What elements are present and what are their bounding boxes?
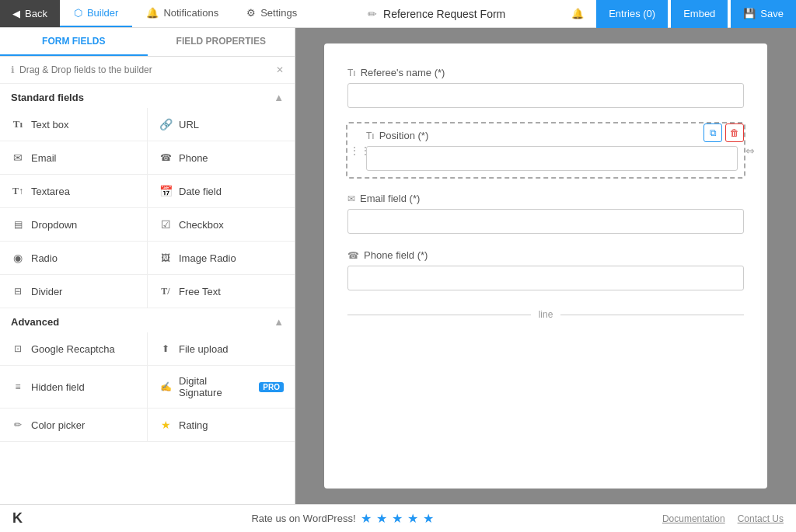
embed-label: Embed [683,8,715,19]
date-label: Date field [179,186,222,197]
close-hint-icon[interactable]: ✕ [276,64,284,75]
documentation-link[interactable]: Documentation [662,513,725,524]
color-picker-icon: ✏ [11,418,25,432]
left-panel: FORM FIELDS FIELD PROPERTIES ℹ Drag & Dr… [0,28,295,504]
copy-field-button[interactable]: ⧉ [703,123,722,142]
star-3[interactable]: ★ [392,511,403,526]
radio-icon: ◉ [11,251,25,265]
entries-label: Entries (0) [609,8,655,19]
field-recaptcha[interactable]: ⊡ Google Recaptcha [0,332,147,365]
field-date[interactable]: 📅 Date field [148,175,295,207]
color-picker-label: Color picker [31,419,85,431]
divider-label: Divider [31,286,62,297]
standard-fields-grid: Tı Text box 🔗 URL ✉ Email ☎ Phone T↑ Tex… [0,108,295,308]
drag-hint-bar: ℹ Drag & Drop fields to the builder ✕ [0,57,295,84]
dropdown-label: Dropdown [31,219,77,231]
position-field-actions: ⧉ 🗑 [703,123,744,142]
form-title-area: ✏ Reference Request Form [311,8,562,20]
drag-handle-position[interactable]: ⋮⋮ [349,144,371,157]
field-digital-signature[interactable]: ✍ Digital Signature PRO [148,366,295,408]
star-1[interactable]: ★ [361,511,372,526]
builder-label: Builder [87,7,118,19]
pro-badge: PRO [259,382,284,392]
delete-field-button[interactable]: 🗑 [725,123,744,142]
rating-icon: ★ [159,418,173,432]
field-color-picker[interactable]: ✏ Color picker [0,409,147,441]
field-email[interactable]: ✉ Email [0,141,147,174]
rating-label: Rating [179,419,208,431]
star-4[interactable]: ★ [407,511,418,526]
dropdown-icon: ▤ [11,217,25,231]
hidden-icon: ≡ [11,380,25,394]
email-label: Email [31,152,57,164]
footer-rate: Rate us on WordPress! ★ ★ ★ ★ ★ [251,511,433,526]
image-radio-icon: 🖼 [159,251,173,265]
panel-tabs: FORM FIELDS FIELD PROPERTIES [0,28,295,57]
checkbox-icon: ☑ [159,217,173,231]
position-label: Tı Position (*) [366,130,738,141]
k-logo: K [12,510,23,527]
star-5[interactable]: ★ [423,511,434,526]
tab-settings[interactable]: ⚙ Settings [232,0,311,27]
email-label-icon: ✉ [347,193,355,204]
embed-button[interactable]: Embed [671,0,728,28]
star-2[interactable]: ★ [376,511,387,526]
field-radio[interactable]: ◉ Radio [0,242,147,274]
field-divider[interactable]: ⊟ Divider [0,275,147,308]
text-label-icon: Tı [347,68,356,78]
phone-field-label: ☎ Phone field (*) [347,249,744,261]
save-label: Save [760,8,784,19]
field-group-position: ⋮⋮ Tı Position (*) ⧉ 🗑 ⇔ [347,123,744,177]
text-box-icon: Tı [11,117,25,131]
collapse-standard-icon[interactable]: ▲ [274,92,284,103]
image-radio-label: Image Radio [179,252,236,264]
resize-handle[interactable]: ⇔ [745,144,755,157]
tab-form-fields[interactable]: FORM FIELDS [0,28,148,56]
text-label-icon2: Tı [366,130,375,141]
back-button[interactable]: ◀ Back [0,0,60,27]
field-hidden[interactable]: ≡ Hidden field [0,366,147,408]
position-input[interactable] [366,146,738,171]
rate-text: Rate us on WordPress! [251,513,355,524]
field-file-upload[interactable]: ⬆ File upload [148,332,295,365]
divider-label: line [539,309,553,320]
back-arrow-icon: ◀ [12,8,20,19]
field-image-radio[interactable]: 🖼 Image Radio [148,242,295,274]
file-upload-label: File upload [179,343,229,355]
form-card: Tı Referee's name (*) ⋮⋮ Tı Position (*)… [324,43,767,489]
field-text-box[interactable]: Tı Text box [0,108,147,141]
field-dropdown[interactable]: ▤ Dropdown [0,208,147,241]
field-textarea[interactable]: T↑ Textarea [0,175,147,207]
footer-links: Documentation Contact Us [662,513,784,524]
digital-signature-label: Digital Signature [179,375,253,398]
url-icon: 🔗 [159,117,173,131]
form-title: Reference Request Form [383,8,505,20]
tab-builder[interactable]: ⬡ Builder [60,0,132,27]
advanced-fields-label: Advanced [11,316,59,328]
collapse-advanced-icon[interactable]: ▲ [274,316,284,328]
drag-hint-text: Drag & Drop fields to the builder [19,64,152,75]
tab-notifications[interactable]: 🔔 Notifications [132,0,232,27]
field-rating[interactable]: ★ Rating [148,409,295,441]
back-label: Back [25,8,47,19]
email-field-input[interactable] [347,209,744,234]
tab-field-properties[interactable]: FIELD PROPERTIES [148,28,295,56]
divider-icon: ⊟ [11,284,25,298]
notification-bell[interactable]: 🔔 [562,0,593,28]
field-url[interactable]: 🔗 URL [148,108,295,141]
textarea-icon: T↑ [11,184,25,198]
edit-icon: ✏ [368,8,377,20]
field-free-text[interactable]: T/ Free Text [148,275,295,308]
save-button[interactable]: 💾 Save [731,0,796,28]
email-icon: ✉ [11,151,25,165]
referees-name-input[interactable] [347,83,744,108]
advanced-fields-grid: ⊡ Google Recaptcha ⬆ File upload ≡ Hidde… [0,332,295,442]
field-phone[interactable]: ☎ Phone [148,141,295,174]
footer-logo: K [12,510,23,527]
contact-link[interactable]: Contact Us [738,513,784,524]
phone-field-input[interactable] [347,266,744,290]
standard-fields-label: Standard fields [11,92,84,103]
field-group-referees-name: Tı Referee's name (*) [347,67,744,108]
entries-button[interactable]: Entries (0) [596,0,668,28]
field-checkbox[interactable]: ☑ Checkbox [148,208,295,241]
